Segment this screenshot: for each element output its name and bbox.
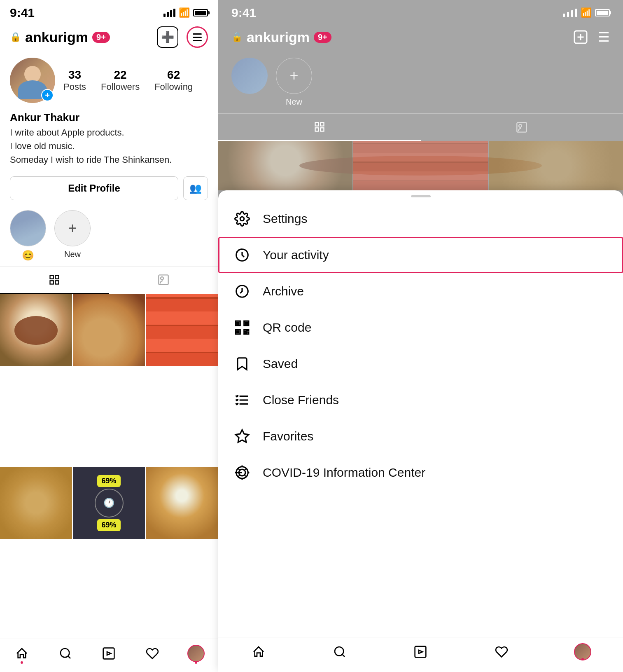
bottom-nav-right — [218, 637, 623, 672]
grid-cell-1[interactable] — [0, 294, 72, 366]
signal-icon-right — [563, 9, 577, 17]
menu-item-close-friends[interactable]: Close Friends — [218, 382, 623, 418]
grid-tab-right[interactable] — [218, 114, 421, 141]
profile-tabs — [0, 266, 218, 294]
qr-code-label: QR code — [263, 321, 311, 335]
grid-cell-2[interactable] — [73, 294, 145, 366]
avatar-wrap: + — [10, 58, 55, 103]
highlight-item-right-existing[interactable] — [231, 58, 268, 94]
menu-button-right[interactable]: ☰ — [598, 29, 610, 45]
add-story-badge[interactable]: + — [41, 89, 54, 101]
grid-icon-right — [314, 121, 325, 133]
bottom-nav — [0, 639, 218, 672]
right-header-icons: ☰ — [570, 26, 610, 48]
highlight-new-circle: + — [54, 210, 91, 246]
saved-icon — [233, 355, 251, 373]
battery-icon-right — [595, 9, 610, 16]
svg-rect-10 — [320, 123, 324, 126]
edit-profile-button[interactable]: Edit Profile — [10, 176, 178, 200]
menu-item-archive[interactable]: Archive — [218, 273, 623, 309]
add-post-button[interactable]: ➕ — [157, 26, 178, 48]
svg-rect-26 — [245, 322, 247, 324]
saved-label: Saved — [263, 357, 298, 371]
highlight-item-right-new[interactable]: + New — [276, 58, 312, 107]
svg-rect-7 — [103, 648, 114, 659]
status-icons-right: 📶 — [563, 7, 610, 18]
notification-badge-right: 9+ — [314, 32, 331, 43]
reels-nav-button[interactable] — [87, 645, 131, 662]
tagged-tab[interactable] — [109, 267, 218, 294]
svg-rect-12 — [320, 128, 324, 131]
home-nav-right[interactable] — [218, 643, 299, 660]
covid-icon — [233, 464, 251, 482]
menu-item-settings[interactable]: Settings — [218, 201, 623, 237]
profile-dot-right — [581, 658, 584, 660]
profile-nav-right[interactable] — [542, 643, 623, 660]
add-post-button-right[interactable] — [570, 26, 591, 48]
lock-icon-right: 🔒 — [231, 32, 243, 42]
search-nav-right[interactable] — [299, 643, 380, 660]
highlight-item-new[interactable]: + New — [54, 210, 91, 259]
highlight-new-label: New — [64, 250, 81, 259]
menu-item-saved[interactable]: Saved — [218, 346, 623, 382]
profile-dot — [195, 661, 197, 664]
menu-item-favorites[interactable]: Favorites — [218, 418, 623, 454]
svg-rect-23 — [244, 333, 245, 334]
your-activity-label: Your activity — [263, 248, 329, 262]
rg-cell-2 — [353, 141, 488, 190]
status-bar-left: 9:41 📶 — [0, 0, 218, 23]
svg-marker-33 — [236, 403, 238, 405]
favorites-label: Favorites — [263, 429, 313, 443]
posts-stat[interactable]: 33 Posts — [63, 68, 86, 92]
grid-cell-6[interactable] — [146, 467, 218, 539]
grid-cell-5[interactable]: 69% 🕐 69% — [73, 467, 145, 539]
posts-label: Posts — [63, 82, 86, 92]
svg-rect-24 — [247, 332, 249, 334]
header-right-left: 🔒 ankurigm 9+ — [231, 29, 331, 45]
bio-section: Ankur Thakur I write about Apple product… — [0, 110, 218, 171]
followers-stat[interactable]: 22 Followers — [101, 68, 140, 92]
bio-text: I write about Apple products. I love old… — [10, 126, 208, 166]
search-nav-button[interactable] — [44, 645, 87, 662]
photo-grid-right-preview — [218, 141, 623, 190]
time-right: 9:41 — [231, 6, 256, 20]
grid-cell-3[interactable] — [146, 294, 218, 366]
following-stat[interactable]: 62 Following — [154, 68, 193, 92]
display-name: Ankur Thakur — [10, 111, 208, 124]
profile-nav-button[interactable] — [174, 645, 218, 662]
tagged-tab-right[interactable] — [421, 114, 623, 141]
heart-nav-button[interactable] — [131, 645, 174, 662]
your-activity-icon — [233, 246, 251, 264]
profile-tabs-right — [218, 113, 623, 141]
close-friends-label: Close Friends — [263, 393, 339, 407]
highlight-image — [10, 211, 46, 246]
highlight-item-existing[interactable]: 😊 — [10, 210, 46, 261]
home-icon-right — [252, 645, 265, 658]
svg-point-6 — [61, 649, 69, 657]
svg-point-15 — [240, 217, 244, 221]
heart-icon-right — [495, 645, 508, 658]
heart-nav-right[interactable] — [461, 643, 542, 660]
person-tag-icon — [158, 274, 169, 286]
svg-marker-32 — [236, 399, 238, 400]
svg-rect-27 — [237, 331, 239, 333]
archive-icon — [233, 282, 251, 300]
menu-item-covid[interactable]: COVID-19 Information Center — [218, 454, 623, 491]
favorites-icon — [233, 427, 251, 445]
status-icons-left: 📶 — [163, 7, 208, 18]
reels-icon — [102, 647, 115, 660]
grid-tab[interactable] — [0, 267, 109, 294]
wifi-icon: 📶 — [179, 7, 190, 18]
reels-nav-right[interactable] — [380, 643, 461, 660]
home-nav-button[interactable] — [0, 645, 44, 662]
plus-square-icon-right — [573, 30, 588, 44]
svg-rect-25 — [237, 322, 239, 324]
menu-item-your-activity[interactable]: Your activity — [218, 237, 623, 273]
search-icon-right — [333, 645, 346, 658]
menu-item-qr-code[interactable]: QR code — [218, 309, 623, 346]
grid-cell-4[interactable] — [0, 467, 72, 539]
header-right: 🔒 ankurigm 9+ ☰ — [218, 23, 623, 51]
add-person-button[interactable]: 👥 — [183, 176, 208, 200]
menu-button[interactable] — [187, 26, 208, 48]
status-bar-right: 9:41 📶 — [218, 0, 623, 23]
